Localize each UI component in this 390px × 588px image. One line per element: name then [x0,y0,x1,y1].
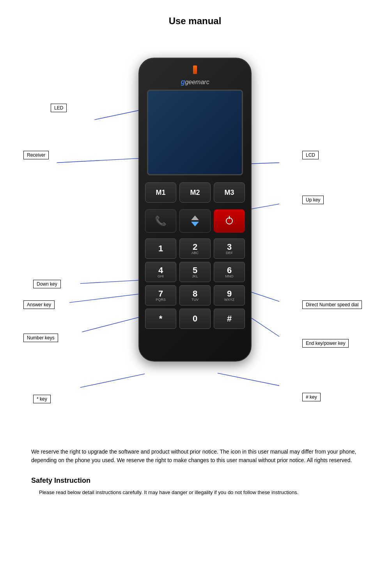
svg-line-4 [80,280,145,283]
key-0[interactable]: 0 [179,309,211,329]
nav-area: 📞 [145,207,245,235]
end-key-label: End key/power key [302,339,349,348]
power-icon [226,217,233,224]
key-2[interactable]: 2 ABC [179,238,211,259]
key-8[interactable]: 8 TUV [179,285,211,305]
keypad-row-3: 7 PQRS 8 TUV 9 WXYZ [145,285,245,305]
key-6[interactable]: 6 MNO [214,262,245,282]
svg-line-5 [69,293,143,302]
phone-keypad: 1 2 ABC 3 DEF [145,238,245,332]
direct-number-speed-dial-label: Direct Number speed dial [302,300,362,309]
phone-answer-icon: 📞 [155,215,167,226]
key-star[interactable]: * [145,309,176,329]
svg-line-6 [82,316,145,332]
answer-key-label: Answer key [23,300,55,309]
phone-screen [147,90,243,175]
phone-diagram: ggeemarc M1 M2 M3 [138,58,252,362]
key-5[interactable]: 5 JKL [179,262,211,282]
svg-line-9 [218,373,279,386]
up-arrow-icon [191,215,199,220]
body-paragraph: We reserve the right to upgrade the soft… [31,447,359,465]
lcd-label: LCD [302,151,319,159]
key-hash[interactable]: # [214,309,245,329]
up-key-label: Up key [302,196,324,204]
down-arrow-icon [191,222,199,226]
svg-line-10 [80,374,145,387]
hash-key-label: # key [302,393,321,401]
key-3[interactable]: 3 DEF [214,238,245,259]
led-label: LED [51,104,67,112]
diagram-area: LED Receiver LCD Up key Down key Answer … [16,38,374,436]
key-9[interactable]: 9 WXYZ [214,285,245,305]
m2-button[interactable]: M2 [179,182,211,203]
receiver-label: Receiver [23,151,49,159]
keypad-row-2: 4 GHI 5 JKL 6 MNO [145,262,245,282]
key-4[interactable]: 4 GHI [145,262,176,282]
phone-logo: ggeemarc [181,78,209,86]
m-buttons-row: M1 M2 M3 [145,182,245,203]
safety-text: Please read below detail instructions ca… [39,489,359,497]
star-key-label: * key [33,395,51,403]
down-key-label: Down key [33,280,61,288]
page-title: Use manual [16,16,374,26]
key-1[interactable]: 1 [145,238,176,259]
key-7[interactable]: 7 PQRS [145,285,176,305]
keypad-row-1: 1 2 ABC 3 DEF [145,238,245,259]
phone-body: ggeemarc M1 M2 M3 [138,58,252,362]
svg-line-1 [57,158,145,163]
safety-heading: Safety Instruction [31,477,359,485]
number-keys-label: Number keys [23,334,58,342]
keypad-row-4: * 0 # [145,309,245,329]
m1-button[interactable]: M1 [145,182,176,203]
answer-button[interactable]: 📞 [145,209,176,233]
m3-button[interactable]: M3 [214,182,245,203]
end-power-button[interactable] [214,209,245,233]
phone-led [193,65,197,74]
nav-center[interactable] [179,209,211,233]
